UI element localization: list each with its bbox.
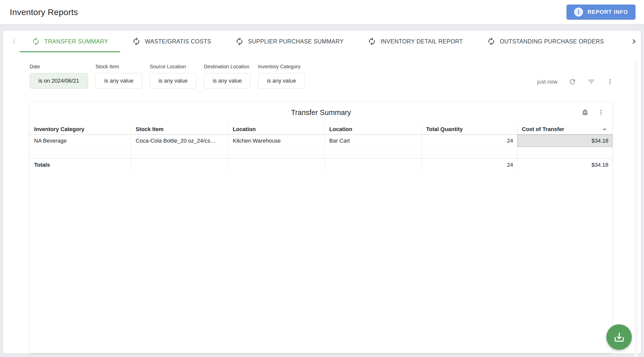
column-header-label: Inventory Category [34,126,85,133]
download-fab-button[interactable] [606,324,632,350]
alert-bell-icon[interactable] [581,108,589,116]
table-header-row: Inventory CategoryStock ItemLocationLoca… [30,124,612,135]
card-header: Transfer Summary [30,102,612,124]
spacer-cell [131,147,228,158]
tabs-strip: TRANSFER SUMMARYWASTE/GRATIS COSTSSUPPLI… [20,31,628,52]
sync-icon [32,37,40,46]
sync-icon [628,37,628,46]
totals-cell-cost-of-transfer: $34.18 [517,158,612,171]
column-header-location[interactable]: Location [325,124,421,134]
column-header-label: Stock Item [136,126,164,133]
sync-icon [368,37,376,46]
filter-label: Destination Location [204,64,251,70]
dashboard-toolbar: just now [537,78,614,86]
report-panel: TRANSFER SUMMARYWASTE/GRATIS COSTSSUPPLI… [3,31,641,353]
tab-label: WASTE/GRATIS COSTS [145,38,211,45]
tabs-scroll-right-button[interactable] [628,36,639,47]
page-header: Inventory Reports i REPORT INFO [0,0,644,24]
tab-outstanding-purchase-orders[interactable]: OUTSTANDING PURCHASE ORDERS [475,31,616,52]
spacer-cell [30,147,131,158]
table-totals-row: Totals24$34.18 [30,158,612,171]
sync-icon [235,37,244,46]
spacer-cell [517,147,612,158]
card-actions [581,108,605,116]
tab-transfer-summary[interactable]: TRANSFER SUMMARY [20,31,120,52]
tab-label: SUPPLIER PURCHASE SUMMARY [248,38,344,45]
filter-date: Dateis on 2024/06/21 [30,64,88,89]
column-header-cost-of-transfer[interactable]: Cost of Transfer [517,124,612,134]
cell-cost-of-transfer[interactable]: $34.18 [517,135,612,147]
sync-icon [132,37,141,46]
refresh-icon[interactable] [569,78,576,86]
spacer-cell [421,147,517,158]
spacer-cell [325,147,421,158]
info-icon: i [574,8,583,17]
chevron-left-icon [10,37,19,46]
chevron-right-icon [629,37,638,46]
tab-ri[interactable]: RI [616,31,628,52]
tab-label: OUTSTANDING PURCHASE ORDERS [500,38,604,45]
totals-cell-inventory-category: Totals [30,158,131,171]
filter-value-button[interactable]: is any value [204,73,251,89]
filter-value-button[interactable]: is any value [150,73,196,89]
sort-desc-icon [601,126,608,133]
scrollbar[interactable] [635,61,638,357]
filter-value-button[interactable]: is on 2024/06/21 [30,73,88,89]
filter-label: Date [30,64,88,70]
tab-label: INVENTORY DETAIL REPORT [380,38,463,45]
filter-label: Source Location [150,64,196,70]
filter-inventory-category: Inventory Categoryis any value [258,64,305,89]
more-vert-icon[interactable] [606,78,614,86]
filter-destination-location: Destination Locationis any value [204,64,251,89]
cell-location[interactable]: Kitchen Warehouse [228,135,325,147]
filters-group: Dateis on 2024/06/21Stock Itemis any val… [30,64,305,89]
filter-label: Stock Item [96,64,142,70]
sync-icon [487,37,496,46]
filter-label: Inventory Category [258,64,305,70]
transfer-summary-table: Inventory CategoryStock ItemLocationLoca… [30,124,612,171]
totals-cell-location [228,158,325,171]
totals-cell-total-quantity: 24 [421,158,517,171]
cell-stock-item[interactable]: Coca-Cola Bottle_20 oz_24/cs… [131,135,228,147]
spacer-cell [228,147,325,158]
totals-cell-stock-item [131,158,228,171]
report-info-label: REPORT INFO [588,9,628,15]
tab-supplier-purchase-summary[interactable]: SUPPLIER PURCHASE SUMMARY [223,31,356,52]
column-header-location[interactable]: Location [228,124,325,134]
card-more-icon[interactable] [597,108,605,116]
last-updated-text: just now [537,79,557,85]
filter-icon[interactable] [587,78,595,86]
column-header-total-quantity[interactable]: Total Quantity [421,124,517,134]
inventory-reports-page: Inventory Reports i REPORT INFO TRANSFER… [0,0,644,357]
column-header-label: Total Quantity [426,126,463,133]
tab-bar: TRANSFER SUMMARYWASTE/GRATIS COSTSSUPPLI… [3,31,641,52]
tabs-scroll-left-button[interactable] [9,36,20,47]
tab-label: TRANSFER SUMMARY [44,38,108,45]
report-info-button[interactable]: i REPORT INFO [567,5,635,20]
column-header-label: Cost of Transfer [522,126,564,133]
download-icon [613,331,625,343]
filter-value-button[interactable]: is any value [96,73,142,89]
filter-value-button[interactable]: is any value [258,73,305,89]
filter-stock-item: Stock Itemis any value [96,64,142,89]
tab-waste-gratis-costs[interactable]: WASTE/GRATIS COSTS [120,31,223,52]
page-title: Inventory Reports [10,7,78,17]
column-header-stock-item[interactable]: Stock Item [131,124,228,134]
cell-inventory-category[interactable]: NA Beverage [30,135,131,147]
totals-cell-location [325,158,421,171]
column-header-inventory-category[interactable]: Inventory Category [30,124,131,134]
transfer-summary-card: Transfer Summary Inventory CategoryStock… [30,102,612,353]
column-header-label: Location [233,126,256,133]
table-spacer-row [30,147,612,158]
cell-location[interactable]: Bar Cart [325,135,421,147]
filter-source-location: Source Locationis any value [150,64,196,89]
cell-total-quantity[interactable]: 24 [421,135,517,147]
column-header-label: Location [329,126,352,133]
tab-inventory-detail-report[interactable]: INVENTORY DETAIL REPORT [356,31,475,52]
table-row: NA BeverageCoca-Cola Bottle_20 oz_24/cs…… [30,135,612,147]
card-title: Transfer Summary [30,108,612,117]
filter-bar: Dateis on 2024/06/21Stock Itemis any val… [30,64,614,89]
